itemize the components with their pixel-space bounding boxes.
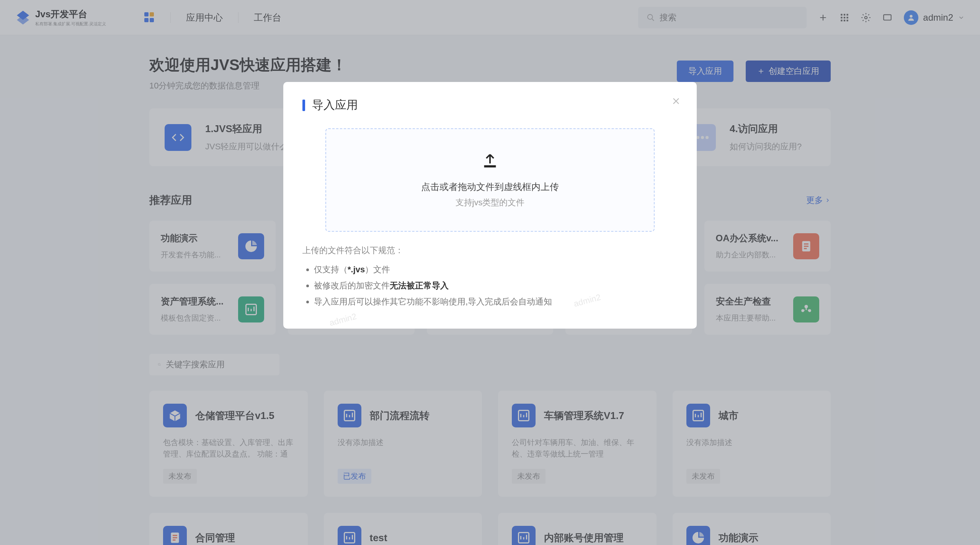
upload-dropzone[interactable]: 点击或者拖动文件到虚线框内上传 支持jvs类型的文件 [325, 128, 655, 232]
title-accent [302, 100, 305, 111]
rules-list: 仅支持（*.jvs）文件 被修改后的加密文件无法被正常导入 导入应用后可以操作其… [302, 262, 678, 309]
rules-title: 上传的文件符合以下规范： [302, 245, 678, 256]
close-icon[interactable] [671, 96, 681, 106]
modal-overlay[interactable]: 导入应用 点击或者拖动文件到虚线框内上传 支持jvs类型的文件 上传的文件符合以… [0, 0, 980, 545]
upload-hint: 支持jvs类型的文件 [456, 197, 525, 208]
rule-item: 导入应用后可以操作其它功能不影响使用,导入完成后会自动通知 [314, 294, 678, 310]
rule-item: 仅支持（*.jvs）文件 [314, 262, 678, 278]
watermark: admin2 [328, 311, 358, 328]
import-app-modal: 导入应用 点击或者拖动文件到虚线框内上传 支持jvs类型的文件 上传的文件符合以… [283, 82, 697, 329]
upload-text: 点击或者拖动文件到虚线框内上传 [421, 181, 559, 193]
upload-icon [481, 152, 499, 169]
rule-item: 被修改后的加密文件无法被正常导入 [314, 278, 678, 294]
modal-title: 导入应用 [312, 97, 358, 113]
